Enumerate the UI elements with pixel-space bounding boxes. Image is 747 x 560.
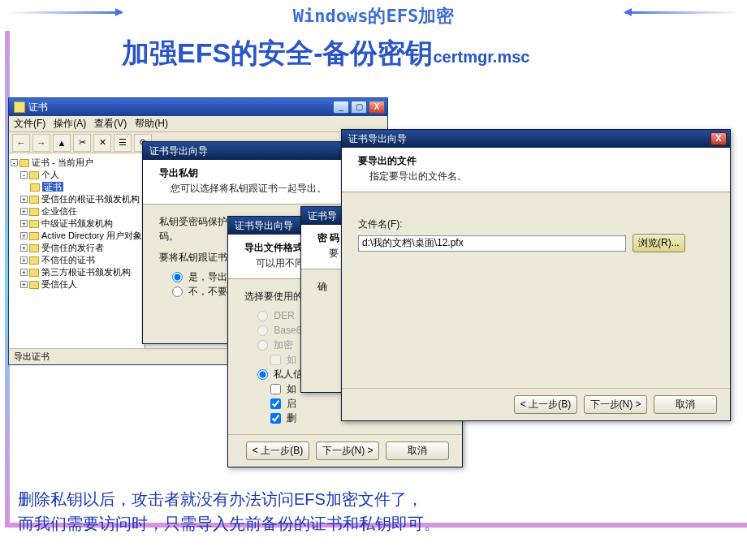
radio-no-export[interactable] [172,286,183,297]
wizard1-header: 导出私钥 [159,166,341,180]
arrow-decor-right [8,11,122,14]
wizard4-header: 要导出的文件 [358,154,719,168]
wizard4-next[interactable]: 下一步(N) > [584,395,647,414]
wizard4-file-label: 文件名(F): [358,217,714,231]
wizard3-title: 证书导 [308,209,337,223]
certmgr-title: 证书 [28,101,48,114]
menu-action[interactable]: 操作(A) [54,117,86,131]
wizard4-close[interactable]: X [710,132,727,145]
tree-selected-certs[interactable]: 证书 [42,182,63,192]
minimize-button[interactable]: _ [333,101,349,114]
menu-file[interactable]: 文件(F) [14,117,45,131]
certmgr-titlebar[interactable]: 证书 _ ▢ X [9,98,387,116]
wizard2-next[interactable]: 下一步(N) > [316,442,379,460]
certificate-icon [14,101,25,113]
chk-inc1 [270,355,281,365]
forward-icon[interactable]: → [32,134,50,152]
wizard4-file: 证书导出向导 X 要导出的文件 指定要导出的文件名。 文件名(F): 浏览(R)… [341,129,731,421]
maximize-button[interactable]: ▢ [351,101,367,114]
chk-inc2[interactable] [270,384,281,394]
radio-base64 [257,325,268,336]
menu-help[interactable]: 帮助(H) [135,117,168,131]
export-file-input[interactable] [358,235,626,252]
up-icon[interactable]: ▲ [53,134,71,152]
cert-tree[interactable]: -证书 - 当前用户 -个人 证书 +受信任的根证书颁发机构 +企业信任 +中级… [9,153,145,348]
wizard2-title: 证书导出向导 [235,219,293,233]
wizard1-title: 证书导出向导 [149,144,208,158]
radio-yes-export[interactable] [172,272,183,282]
radio-encrypt [257,340,268,351]
cut-icon[interactable]: ✂ [73,134,91,152]
main-title: 加强EFS的安全-备份密钥certmgr.msc [0,35,747,72]
wizard4-cancel[interactable]: 取消 [654,395,717,414]
wizard4-sub: 指定要导出的文件名。 [358,170,719,183]
wizard1-sub: 您可以选择将私钥跟证书一起导出。 [159,182,341,196]
delete-icon[interactable]: ✕ [93,134,111,152]
slide-caption: 删除私钥以后，攻击者就没有办法访问EFS加密文件了， 而我们需要访问时，只需导入… [18,487,440,536]
chk-delete[interactable] [270,413,281,424]
radio-private[interactable] [257,369,268,380]
radio-der [257,311,268,321]
wizard4-title: 证书导出向导 [348,132,407,146]
arrow-decor-left [625,11,739,14]
back-icon[interactable]: ← [12,134,30,152]
menubar: 文件(F) 操作(A) 查看(V) 帮助(H) [9,116,387,132]
menu-view[interactable]: 查看(V) [94,117,127,131]
wizard4-back[interactable]: < 上一步(B) [514,395,577,414]
chk-strong[interactable] [270,398,281,409]
close-button[interactable]: X [369,101,385,114]
wizard2-back[interactable]: < 上一步(B) [246,442,309,460]
properties-icon[interactable]: ☰ [114,134,132,152]
page-top-title: Windows的EFS加密 [293,4,454,28]
browse-button[interactable]: 浏览(R)... [633,234,685,252]
wizard2-cancel[interactable]: 取消 [386,442,449,460]
